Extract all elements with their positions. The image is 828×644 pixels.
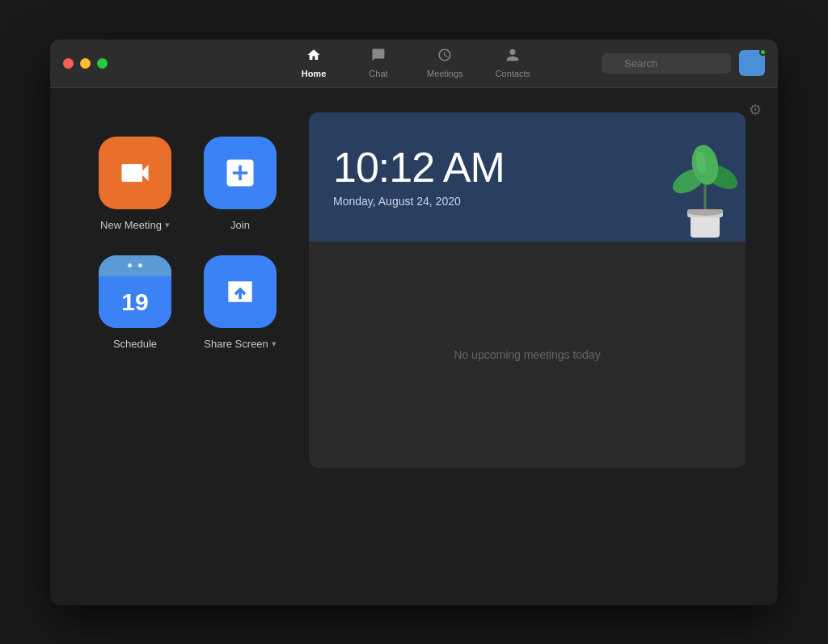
join-item[interactable]: Join: [204, 137, 277, 231]
right-panel: 10:12 AM Monday, August 24, 2020: [309, 104, 746, 468]
schedule-item[interactable]: 19 Schedule: [99, 255, 171, 350]
online-status-dot: [759, 48, 767, 56]
home-icon: [306, 48, 321, 66]
titlebar: Home Chat Meetings: [50, 40, 778, 88]
tab-chat[interactable]: Chat: [346, 43, 411, 83]
plant-decoration: [673, 137, 737, 242]
new-meeting-label: New Meeting ▾: [100, 219, 170, 231]
actions-grid: New Meeting ▾ Join: [82, 104, 277, 350]
main-content: ⚙ New Meeting ▾: [50, 88, 778, 605]
new-meeting-item[interactable]: New Meeting ▾: [99, 137, 171, 231]
traffic-lights: [63, 58, 108, 69]
calendar-date: 19: [121, 288, 148, 316]
join-label: Join: [230, 219, 250, 231]
meetings-panel: No upcoming meetings today: [309, 242, 746, 468]
clock-time: 10:12 AM: [333, 146, 721, 188]
avatar[interactable]: [739, 50, 765, 76]
tab-home[interactable]: Home: [281, 43, 346, 83]
clock-widget: 10:12 AM Monday, August 24, 2020: [309, 112, 746, 242]
nav-tabs: Home Chat Meetings: [281, 43, 547, 83]
no-meetings-text: No upcoming meetings today: [454, 348, 600, 361]
chat-icon: [371, 48, 386, 66]
tab-contacts-label: Contacts: [496, 69, 530, 78]
contacts-icon: [505, 48, 520, 66]
close-button[interactable]: [63, 58, 74, 69]
app-window: Home Chat Meetings: [50, 40, 778, 605]
clock-date: Monday, August 24, 2020: [333, 195, 721, 208]
tab-meetings-label: Meetings: [427, 69, 463, 78]
titlebar-right: 🔍: [602, 50, 765, 76]
tab-contacts[interactable]: Contacts: [479, 43, 547, 83]
search-wrapper: 🔍: [602, 53, 731, 74]
tab-home-label: Home: [302, 69, 327, 78]
new-meeting-button[interactable]: [99, 137, 171, 209]
share-screen-label: Share Screen ▾: [204, 338, 277, 350]
meetings-icon: [437, 48, 452, 66]
share-screen-item[interactable]: Share Screen ▾: [204, 255, 277, 350]
chevron-icon: ▾: [272, 339, 277, 349]
search-input[interactable]: [602, 53, 731, 74]
tab-meetings[interactable]: Meetings: [411, 43, 479, 83]
minimize-button[interactable]: [80, 58, 91, 69]
tab-chat-label: Chat: [369, 69, 387, 78]
chevron-icon: ▾: [165, 220, 170, 230]
schedule-label: Schedule: [113, 338, 157, 350]
share-screen-button[interactable]: [204, 255, 277, 328]
join-button[interactable]: [204, 137, 277, 209]
maximize-button[interactable]: [97, 58, 108, 69]
schedule-button[interactable]: 19: [99, 255, 171, 328]
settings-icon[interactable]: ⚙: [749, 101, 762, 119]
